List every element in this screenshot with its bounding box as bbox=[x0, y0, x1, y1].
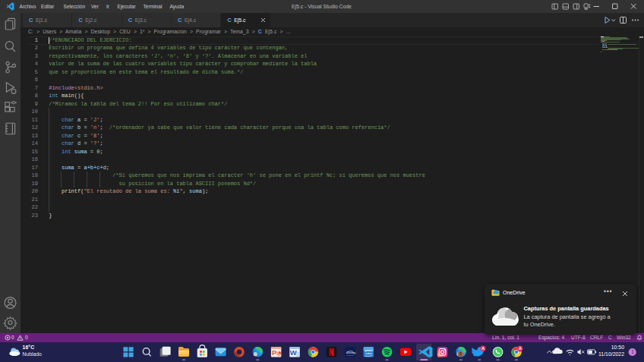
svg-text:P: P bbox=[272, 348, 276, 356]
svg-text:video: video bbox=[365, 352, 372, 355]
svg-text:Disney+: Disney+ bbox=[346, 351, 356, 354]
svg-text:A: A bbox=[481, 346, 485, 351]
svg-text:A: A bbox=[519, 346, 522, 351]
svg-text:1: 1 bbox=[631, 349, 634, 354]
svg-text:W: W bbox=[290, 348, 297, 357]
